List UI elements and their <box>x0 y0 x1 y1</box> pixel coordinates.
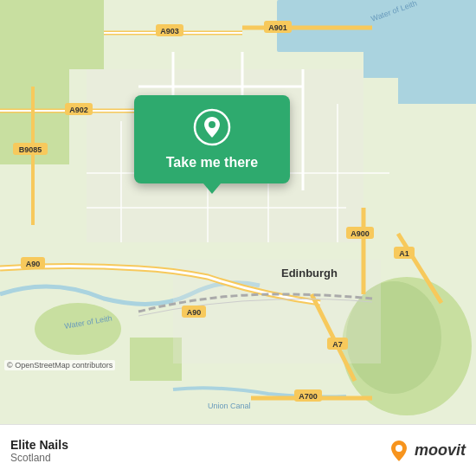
location-pin-icon <box>193 108 231 146</box>
moovit-logo: moovit <box>387 439 466 463</box>
svg-point-8 <box>35 303 121 355</box>
moovit-pin-icon <box>387 439 411 463</box>
svg-text:A90: A90 <box>26 260 41 268</box>
location-info: Elite Nails Scotland <box>10 438 68 464</box>
location-name: Elite Nails <box>10 438 68 452</box>
take-me-there-label[interactable]: Take me there <box>166 155 258 170</box>
svg-text:A901: A901 <box>268 23 287 32</box>
svg-text:A1: A1 <box>399 249 409 258</box>
svg-text:A7: A7 <box>332 340 343 349</box>
svg-text:A90: A90 <box>187 308 202 317</box>
svg-text:Union Canal: Union Canal <box>208 402 251 410</box>
bottom-bar: Elite Nails Scotland moovit <box>0 424 476 476</box>
svg-rect-3 <box>398 0 476 104</box>
popup-card[interactable]: Take me there <box>134 95 290 183</box>
svg-point-58 <box>396 445 402 452</box>
attribution-text: © OpenStreetMap contributors <box>7 361 113 370</box>
svg-text:A902: A902 <box>69 106 88 114</box>
moovit-brand-name: moovit <box>415 441 466 460</box>
osm-attribution: © OpenStreetMap contributors <box>4 360 115 370</box>
svg-text:B9085: B9085 <box>19 145 42 154</box>
svg-text:A700: A700 <box>299 392 318 401</box>
svg-point-57 <box>209 121 215 128</box>
svg-rect-6 <box>0 0 104 69</box>
svg-text:A903: A903 <box>160 27 179 35</box>
location-region: Scotland <box>10 452 68 464</box>
svg-text:Edinburgh: Edinburgh <box>281 267 338 280</box>
svg-text:A900: A900 <box>351 229 370 238</box>
map-container: A903 A901 A902 B9085 A900 A1 A90 A90 A7 … <box>0 0 476 424</box>
